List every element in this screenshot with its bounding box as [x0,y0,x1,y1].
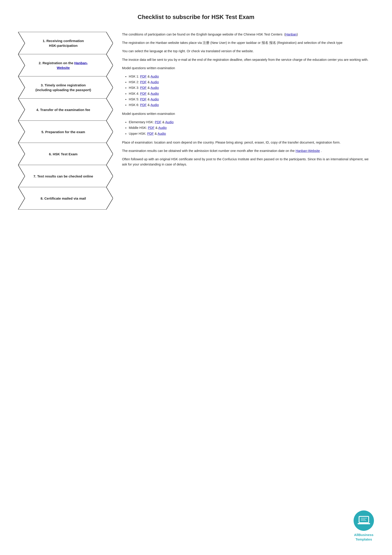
step-5-label: 5. Preparation for the exam [37,130,94,134]
para-4: The invoice data will be sent to you by … [122,57,374,62]
para-7: Often followed up with an original HSK c… [122,157,374,167]
step-1-label: 1. Receiving confirmationHSK-participati… [38,38,93,48]
mid-pdf-link[interactable]: PDF [148,126,155,130]
step-4: 4. Transfer of the examination fee [18,98,113,121]
step-2: 2. Registration on the Hanban-Website [18,54,113,77]
hsk5-audio-link[interactable]: Audio [150,97,159,101]
hsk-1-item: HSK 1: PDF & Audio [129,74,374,79]
step-8: 8. Certificate mailed via mail [18,187,113,210]
svg-rect-12 [361,519,365,519]
hsk-3-item: HSK 3: PDF & Audio [129,85,374,90]
hsk-list-2: Elementary HSK: PDF & Audio Middle HSK: … [122,120,374,136]
hsk2-pdf-link[interactable]: PDF [140,80,147,84]
hanban-website-link[interactable]: Hanban-Website [57,61,88,70]
para-6: The examination results can be obtained … [122,148,374,153]
hsk2-audio-link[interactable]: Audio [150,80,159,84]
logo-icon [358,516,370,526]
step-7: 7. Test results can be checked online [18,165,113,187]
para-3: You can select the language at the top r… [122,49,374,54]
elem-audio-link[interactable]: Audio [165,120,173,124]
svg-rect-10 [358,523,370,524]
logo-circle [354,511,374,531]
step-5: 5. Preparation for the exam [18,120,113,143]
hsk-4-item: HSK 4: PDF & Audio [129,91,374,96]
page-title: Checklist to subscribe for HSK Test Exam [18,14,374,21]
step-1: 1. Receiving confirmationHSK-participati… [18,32,113,54]
step-2-label: 2. Registration on the Hanban-Website [34,61,97,70]
step-4-label: 4. Transfer of the examination fee [32,107,99,112]
hsk4-pdf-link[interactable]: PDF [140,92,147,95]
section-2-title: Model questions written examination [122,111,374,117]
logo-text: AllBusiness Templates [354,533,373,541]
hanban-link-1[interactable]: Hanban [285,33,297,36]
right-column: The conditions of participation can be f… [122,32,374,170]
elem-pdf-link[interactable]: PDF [155,120,161,124]
step-6: 6. HSK Test Exam [18,143,113,165]
hsk-2-item: HSK 2: PDF & Audio [129,80,374,85]
step-3-label: 3. Timely online registration(including … [31,83,100,92]
hsk-list-1: HSK 1: PDF & Audio HSK 2: PDF & Audio HS… [122,74,374,108]
upper-audio-link[interactable]: Audio [157,132,166,135]
steps-column: 1. Receiving confirmationHSK-participati… [18,32,113,209]
hsk3-pdf-link[interactable]: PDF [140,86,147,89]
hsk5-pdf-link[interactable]: PDF [140,97,147,101]
main-layout: 1. Receiving confirmationHSK-participati… [18,32,374,209]
hsk1-pdf-link[interactable]: PDF [140,75,147,78]
hsk-5-item: HSK 5: PDF & Audio [129,97,374,102]
upper-hsk-item: Upper HSK: PDF & Audio [129,131,374,136]
step-6-label: 6. HSK Test Exam [44,152,86,156]
elementary-hsk-item: Elementary HSK: PDF & Audio [129,120,374,125]
svg-rect-13 [361,520,366,521]
hsk4-audio-link[interactable]: Audio [150,92,159,95]
upper-pdf-link[interactable]: PDF [147,132,154,135]
logo-area: AllBusiness Templates [354,511,374,541]
section-1-title: Model questions written examination [122,66,374,71]
hsk3-audio-link[interactable]: Audio [150,86,159,89]
step-8-label: 8. Certificate mailed via mail [36,196,95,201]
hsk6-pdf-link[interactable]: PDF [140,103,147,107]
hsk1-audio-link[interactable]: Audio [150,75,159,78]
step-3: 3. Timely online registration(including … [18,76,113,99]
hanban-website-link-2[interactable]: Hanban-Website [296,149,320,153]
svg-rect-11 [361,518,367,518]
middle-hsk-item: Middle HSK: PDF & Audio [129,125,374,131]
hsk6-audio-link[interactable]: Audio [150,103,159,107]
para-5: Place of examination: location and room … [122,140,374,145]
para-2: The registration on the Hanban website t… [122,40,374,45]
step-7-label: 7. Test results can be checked online [29,174,102,179]
hsk-6-item: HSK 6: PDF & Audio [129,102,374,108]
mid-audio-link[interactable]: Audio [158,126,167,130]
para-1: The conditions of participation can be f… [122,32,374,37]
